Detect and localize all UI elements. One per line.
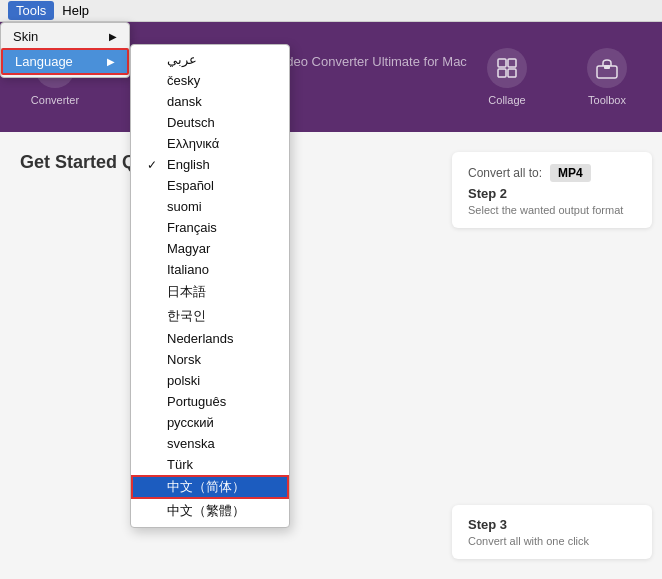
- lang-label-3: Deutsch: [167, 115, 215, 130]
- lang-item-1[interactable]: česky: [131, 70, 289, 91]
- svg-rect-6: [508, 69, 516, 77]
- lang-label-12: 한국인: [167, 307, 206, 325]
- lang-item-21[interactable]: 中文（繁體）: [131, 499, 289, 523]
- toolbar-toolbox[interactable]: Toolbox: [572, 48, 642, 106]
- lang-item-10[interactable]: Italiano: [131, 259, 289, 280]
- lang-label-5: English: [167, 157, 210, 172]
- lang-label-17: русский: [167, 415, 214, 430]
- lang-label-20: 中文（简体）: [167, 478, 245, 496]
- language-arrow: ▶: [107, 56, 115, 67]
- lang-label-15: polski: [167, 373, 200, 388]
- lang-label-13: Nederlands: [167, 331, 234, 346]
- step3-desc: Convert all with one click: [468, 535, 636, 547]
- lang-item-19[interactable]: Türk: [131, 454, 289, 475]
- lang-label-11: 日本語: [167, 283, 206, 301]
- svg-rect-8: [604, 65, 610, 69]
- lang-item-4[interactable]: Ελληνικά: [131, 133, 289, 154]
- lang-item-12[interactable]: 한국인: [131, 304, 289, 328]
- lang-checkmark-5: ✓: [147, 158, 163, 172]
- lang-label-18: svenska: [167, 436, 215, 451]
- lang-label-10: Italiano: [167, 262, 209, 277]
- lang-item-11[interactable]: 日本語: [131, 280, 289, 304]
- lang-label-6: Español: [167, 178, 214, 193]
- toolbar-collage[interactable]: Collage: [472, 48, 542, 106]
- lang-item-18[interactable]: svenska: [131, 433, 289, 454]
- lang-item-20[interactable]: 中文（简体）: [131, 475, 289, 499]
- lang-label-1: česky: [167, 73, 200, 88]
- lang-label-16: Português: [167, 394, 226, 409]
- menu-tools[interactable]: Tools: [8, 1, 54, 20]
- convert-format: MP4: [550, 164, 591, 182]
- lang-label-8: Français: [167, 220, 217, 235]
- lang-label-9: Magyar: [167, 241, 210, 256]
- menu-help[interactable]: Help: [54, 1, 97, 20]
- svg-rect-5: [498, 69, 506, 77]
- lang-item-0[interactable]: عربي: [131, 49, 289, 70]
- lang-item-7[interactable]: suomi: [131, 196, 289, 217]
- lang-label-2: dansk: [167, 94, 202, 109]
- convert-bar: Convert all to: MP4: [468, 164, 636, 182]
- lang-item-3[interactable]: Deutsch: [131, 112, 289, 133]
- lang-item-14[interactable]: Norsk: [131, 349, 289, 370]
- skin-arrow: ▶: [109, 31, 117, 42]
- lang-label-7: suomi: [167, 199, 202, 214]
- lang-item-15[interactable]: polski: [131, 370, 289, 391]
- lang-item-2[interactable]: dansk: [131, 91, 289, 112]
- lang-label-0: عربي: [167, 52, 197, 67]
- step3-box: Step 3 Convert all with one click: [452, 505, 652, 559]
- tools-menu-language[interactable]: Language ▶: [1, 48, 129, 75]
- svg-rect-4: [508, 59, 516, 67]
- svg-rect-3: [498, 59, 506, 67]
- collage-label: Collage: [488, 94, 525, 106]
- tools-menu-skin[interactable]: Skin ▶: [1, 25, 129, 48]
- main-content: Get Started Quickly Convert all to: MP4 …: [0, 132, 662, 579]
- toolbox-icon: [587, 48, 627, 88]
- step2-desc: Select the wanted output format: [468, 204, 636, 216]
- lang-item-8[interactable]: Français: [131, 217, 289, 238]
- lang-label-21: 中文（繁體）: [167, 502, 245, 520]
- dropdown-overlay: Skin ▶ Language ▶ عربيčeskydanskDeutschΕ…: [0, 22, 130, 78]
- convert-label: Convert all to:: [468, 166, 542, 180]
- lang-item-9[interactable]: Magyar: [131, 238, 289, 259]
- menu-bar: Tools Help: [0, 0, 662, 22]
- collage-icon: [487, 48, 527, 88]
- lang-item-17[interactable]: русский: [131, 412, 289, 433]
- lang-item-5[interactable]: ✓English: [131, 154, 289, 175]
- tools-menu: Skin ▶ Language ▶: [0, 22, 130, 78]
- lang-item-6[interactable]: Español: [131, 175, 289, 196]
- lang-item-13[interactable]: Nederlands: [131, 328, 289, 349]
- step2-box: Convert all to: MP4 Step 2 Select the wa…: [452, 152, 652, 228]
- lang-label-14: Norsk: [167, 352, 201, 367]
- step3-label: Step 3: [468, 517, 636, 532]
- toolbox-label: Toolbox: [588, 94, 626, 106]
- converter-label: Converter: [31, 94, 79, 106]
- lang-label-19: Türk: [167, 457, 193, 472]
- language-submenu: عربيčeskydanskDeutschΕλληνικά✓EnglishEsp…: [130, 44, 290, 528]
- lang-label-4: Ελληνικά: [167, 136, 219, 151]
- lang-item-16[interactable]: Português: [131, 391, 289, 412]
- step2-label: Step 2: [468, 186, 636, 201]
